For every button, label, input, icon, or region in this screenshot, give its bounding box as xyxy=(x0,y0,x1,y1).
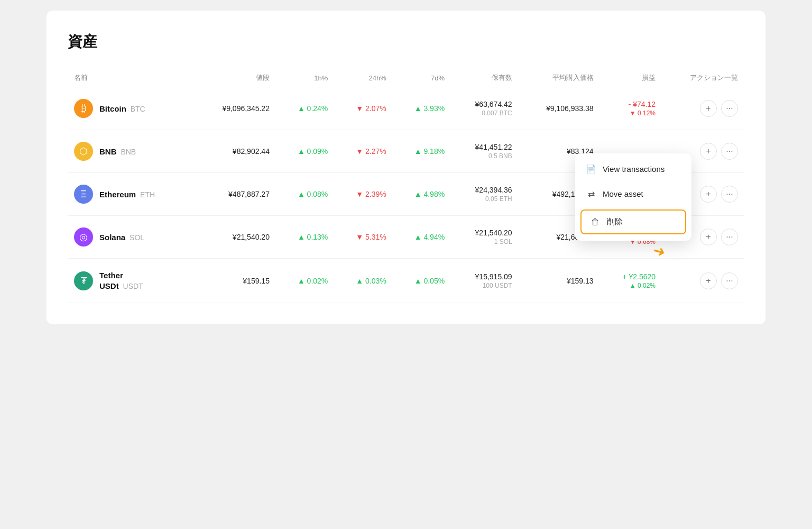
asset-label-tether: TetherUSDt USDT xyxy=(99,270,143,291)
col-header-pnl: 損益 xyxy=(600,69,662,87)
col-header-actions: アクション一覧 xyxy=(662,69,744,87)
holdings-bitcoin: ¥63,674.42 0.007 BTC xyxy=(451,87,519,130)
avg-price-bitcoin: ¥9,106,933.38 xyxy=(519,87,600,130)
change-24h-solana: ▼ 5.31% xyxy=(334,216,392,259)
change-24h-bitcoin: ▼ 2.07% xyxy=(334,87,392,130)
more-button-solana[interactable]: ··· xyxy=(721,229,738,245)
change-24h-ethereum: ▼ 2.39% xyxy=(334,173,392,216)
move-asset-item[interactable]: ⇄ Move asset xyxy=(575,181,691,206)
change-7d-solana: ▲ 4.94% xyxy=(393,216,451,259)
asset-name-cell-bitcoin: ₿ Bitcoin BTC xyxy=(68,87,195,130)
pnl-tether: + ¥2.5620▲ 0.02% xyxy=(600,259,662,303)
asset-label-bnb: BNB BNB xyxy=(99,147,136,156)
change-1h-bnb: ▲ 0.09% xyxy=(276,130,334,173)
col-header-name: 名前 xyxy=(68,69,195,87)
table-header-row: 名前 値段 1h% 24h% 7d% 保有数 平均購入価格 損益 アクション一覧 xyxy=(68,69,744,87)
actions-tether: + ··· xyxy=(662,259,744,303)
asset-name-cell-solana: ◎ Solana SOL xyxy=(68,216,195,259)
col-header-1h: 1h% xyxy=(276,69,334,87)
change-24h-bnb: ▼ 2.27% xyxy=(334,130,392,173)
actions-bitcoin: + ··· xyxy=(662,87,744,130)
asset-icon-ethereum: Ξ xyxy=(74,185,93,204)
delete-label: 削除 xyxy=(607,217,623,227)
document-icon: 📄 xyxy=(586,164,596,174)
avg-price-tether: ¥159.13 xyxy=(519,259,600,303)
more-button-ethereum[interactable]: ··· xyxy=(721,186,738,203)
change-7d-bitcoin: ▲ 3.93% xyxy=(393,87,451,130)
asset-label-bitcoin: Bitcoin BTC xyxy=(99,104,145,113)
more-button-bitcoin[interactable]: ··· xyxy=(721,100,738,117)
change-7d-tether: ▲ 0.05% xyxy=(393,259,451,303)
pnl-bitcoin: - ¥74.12▼ 0.12% xyxy=(600,87,662,130)
add-button-tether[interactable]: + xyxy=(700,272,717,289)
add-button-bnb[interactable]: + xyxy=(700,143,717,160)
asset-label-solana: Solana SOL xyxy=(99,233,144,242)
col-header-7d: 7d% xyxy=(393,69,451,87)
asset-name-cell-ethereum: Ξ Ethereum ETH xyxy=(68,173,195,216)
asset-label-ethereum: Ethereum ETH xyxy=(99,190,155,199)
holdings-solana: ¥21,540.20 1 SOL xyxy=(451,216,519,259)
change-7d-bnb: ▲ 9.18% xyxy=(393,130,451,173)
view-transactions-item[interactable]: 📄 View transactions xyxy=(575,157,691,181)
add-button-bitcoin[interactable]: + xyxy=(700,100,717,117)
change-1h-ethereum: ▲ 0.08% xyxy=(276,173,334,216)
dropdown-menu: 📄 View transactions ⇄ Move asset 🗑 削除 xyxy=(575,153,691,241)
asset-name-cell-bnb: ⬡ BNB BNB xyxy=(68,130,195,173)
asset-icon-bnb: ⬡ xyxy=(74,142,93,161)
add-button-ethereum[interactable]: + xyxy=(700,186,717,203)
asset-icon-solana: ◎ xyxy=(74,227,93,247)
delete-item[interactable]: 🗑 削除 xyxy=(580,209,686,234)
trash-icon: 🗑 xyxy=(590,217,601,227)
holdings-tether: ¥15,915.09 100 USDT xyxy=(451,259,519,303)
change-1h-solana: ▲ 0.13% xyxy=(276,216,334,259)
asset-icon-bitcoin: ₿ xyxy=(74,99,93,118)
holdings-ethereum: ¥24,394.36 0.05 ETH xyxy=(451,173,519,216)
table-row-tether: ₮ TetherUSDt USDT ¥159.15▲ 0.02%▲ 0.03%▲… xyxy=(68,259,744,303)
change-1h-tether: ▲ 0.02% xyxy=(276,259,334,303)
holdings-bnb: ¥41,451.22 0.5 BNB xyxy=(451,130,519,173)
price-ethereum: ¥487,887.27 xyxy=(195,173,276,216)
page-container: 資産 名前 値段 1h% 24h% 7d% 保有数 平均購入価格 損益 アクショ… xyxy=(47,11,765,324)
price-tether: ¥159.15 xyxy=(195,259,276,303)
table-row-bitcoin: ₿ Bitcoin BTC ¥9,096,345.22▲ 0.24%▼ 2.07… xyxy=(68,87,744,130)
transfer-icon: ⇄ xyxy=(586,189,596,199)
change-1h-bitcoin: ▲ 0.24% xyxy=(276,87,334,130)
col-header-avg-price: 平均購入価格 xyxy=(519,69,600,87)
more-button-tether[interactable]: ··· xyxy=(721,272,738,289)
col-header-24h: 24h% xyxy=(334,69,392,87)
add-button-solana[interactable]: + xyxy=(700,229,717,245)
asset-name-cell-tether: ₮ TetherUSDt USDT xyxy=(68,259,195,303)
asset-icon-tether: ₮ xyxy=(74,271,93,290)
col-header-holdings: 保有数 xyxy=(451,69,519,87)
page-title: 資産 xyxy=(68,32,744,52)
view-transactions-label: View transactions xyxy=(603,165,665,174)
col-header-price: 値段 xyxy=(195,69,276,87)
more-button-bnb[interactable]: ··· xyxy=(721,143,738,160)
price-bnb: ¥82,902.44 xyxy=(195,130,276,173)
move-asset-label: Move asset xyxy=(603,189,643,198)
price-solana: ¥21,540.20 xyxy=(195,216,276,259)
change-7d-ethereum: ▲ 4.98% xyxy=(393,173,451,216)
price-bitcoin: ¥9,096,345.22 xyxy=(195,87,276,130)
change-24h-tether: ▲ 0.03% xyxy=(334,259,392,303)
